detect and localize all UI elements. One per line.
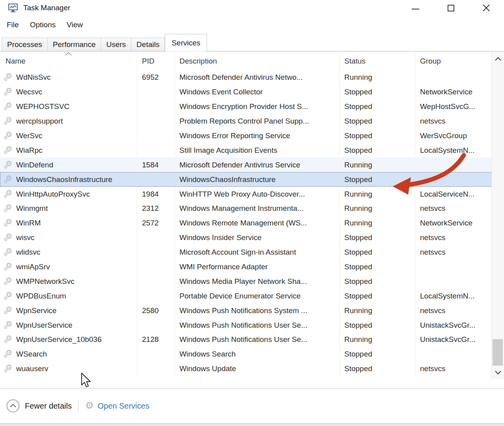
service-gear-icon: ⚙⚙ [3, 291, 15, 302]
table-header: Name PID Description Status Group [0, 52, 504, 70]
cell-description: Windows Media Player Network Sha... [175, 277, 339, 286]
tab-details[interactable]: Details [131, 38, 165, 51]
table-row[interactable]: ⚙⚙wisvcWindows Insider ServiceStoppednet… [0, 231, 504, 245]
minimize-button[interactable] [398, 0, 433, 16]
table-row[interactable]: ⚙⚙WiaRpcStill Image Acquisition EventsSt… [0, 143, 504, 158]
menu-view[interactable]: View [61, 18, 88, 32]
cell-status: Stopped [339, 248, 415, 257]
cell-status: Stopped [339, 131, 415, 140]
cell-status: Stopped [339, 146, 415, 155]
cell-name: ⚙⚙WMPNetworkSvc [0, 276, 137, 287]
service-name: WdNisSvc [16, 73, 51, 82]
table-row[interactable]: ⚙⚙WinHttpAutoProxySvc1984WinHTTP Web Pro… [0, 187, 504, 201]
cell-group: netsvcs [415, 204, 491, 213]
scroll-up-button[interactable] [492, 53, 504, 65]
maximize-button[interactable] [433, 0, 469, 16]
close-button[interactable] [469, 0, 504, 16]
cell-name: ⚙⚙WerSvc [0, 130, 137, 141]
cell-name: ⚙⚙wercplsupport [0, 116, 137, 127]
cell-description: WindowsChaosInfrastructure [175, 175, 339, 184]
cell-status: Stopped [339, 277, 415, 286]
table-row[interactable]: ⚙⚙WindowsChaosInfrastructureWindowsChaos… [0, 172, 504, 187]
fewer-details-label: Fewer details [25, 402, 72, 411]
cell-status: Stopped [339, 263, 415, 271]
table-row[interactable]: ⚙⚙wercplsupportProblem Reports Control P… [0, 114, 504, 129]
service-name: WiaRpc [16, 146, 43, 155]
minimize-icon [412, 9, 419, 9]
tab-performance[interactable]: Performance [48, 38, 101, 51]
cell-group: netsvcs [415, 248, 491, 257]
header-group[interactable]: Group [415, 52, 491, 70]
menu-options[interactable]: Options [24, 18, 61, 32]
table-row[interactable]: ⚙⚙Winmgmt2312Windows Management Instrume… [0, 201, 504, 216]
cell-name: ⚙⚙WinHttpAutoProxySvc [0, 189, 137, 200]
table-row[interactable]: ⚙⚙WMPNetworkSvcWindows Media Player Netw… [0, 274, 504, 289]
cell-name: ⚙⚙wmiApSrv [0, 261, 137, 272]
cell-name: ⚙⚙WpnUserService [0, 320, 137, 331]
scroll-down-button[interactable] [492, 366, 504, 379]
cell-group: UnistackSvcGr... [415, 321, 491, 330]
service-name: wercplsupport [16, 117, 63, 126]
cell-description: Windows Management Instrumenta... [175, 204, 339, 213]
vertical-scrollbar[interactable] [491, 52, 504, 379]
service-gear-icon: ⚙⚙ [3, 363, 15, 374]
cell-group: netsvcs [415, 306, 491, 315]
cell-status: Stopped [339, 321, 415, 330]
header-description[interactable]: Description [175, 52, 339, 70]
cell-description: Windows Search [175, 350, 339, 358]
fewer-details-button[interactable]: Fewer details [6, 399, 72, 413]
scrollbar-thumb[interactable] [493, 339, 503, 366]
task-manager-icon [8, 3, 18, 13]
table-row[interactable]: ⚙⚙WerSvcWindows Error Reporting ServiceS… [0, 129, 504, 143]
table-row[interactable]: ⚙⚙WEPHOSTSVCWindows Encryption Provider … [0, 99, 504, 114]
cell-status: Running [339, 73, 415, 82]
service-name: WEPHOSTSVC [16, 102, 69, 111]
table-row[interactable]: ⚙⚙WpnUserService_10b0362128Windows Push … [0, 332, 504, 347]
table-row[interactable]: ⚙⚙WpnService2580Windows Push Notificatio… [0, 303, 504, 318]
service-gear-icon: ⚙⚙ [3, 189, 15, 200]
table-row[interactable]: ⚙⚙WecsvcWindows Event CollectorStoppedNe… [0, 85, 504, 99]
cell-status: Stopped [339, 292, 415, 300]
service-gear-icon: ⚙⚙ [3, 276, 15, 287]
table-row[interactable]: ⚙⚙WSearchWindows SearchStopped [0, 347, 504, 362]
service-name: WindowsChaosInfrastructure [16, 175, 112, 184]
table-row[interactable]: ⚙⚙WPDBusEnumPortable Device Enumerator S… [0, 289, 504, 303]
table-row[interactable]: ⚙⚙wuauservWindows UpdateStoppednetsvcs [0, 362, 504, 376]
service-name: WpnUserService [16, 321, 73, 330]
menu-bar: File Options View [0, 16, 504, 34]
service-name: WpnService [16, 306, 56, 315]
cell-status: Running [339, 161, 415, 169]
table-row[interactable]: ⚙⚙wmiApSrvWMI Performance AdapterStopped [0, 260, 504, 274]
cell-description: Portable Device Enumerator Service [175, 292, 339, 300]
cell-name: ⚙⚙WinDefend [0, 160, 137, 171]
table-row[interactable]: ⚙⚙wlidsvcMicrosoft Account Sign-in Assis… [0, 245, 504, 260]
table-row[interactable]: ⚙⚙WdNisSvc6952Microsoft Defender Antivir… [0, 70, 504, 85]
cell-name: ⚙⚙wuauserv [0, 363, 137, 374]
cell-description: WMI Performance Adapter [175, 263, 339, 271]
service-name: Winmgmt [16, 204, 48, 213]
tab-users[interactable]: Users [101, 38, 131, 51]
service-name: WPDBusEnum [16, 292, 66, 300]
cell-name: ⚙⚙WindowsChaosInfrastructure [0, 174, 137, 185]
table-row[interactable]: ⚙⚙WinDefend1584Microsoft Defender Antivi… [0, 158, 504, 172]
service-gear-icon: ⚙⚙ [3, 305, 15, 316]
open-services-link[interactable]: ⚙ Open Services [85, 401, 149, 411]
table-row[interactable]: ⚙⚙WinRM2572Windows Remote Management (WS… [0, 216, 504, 231]
cell-name: ⚙⚙WEPHOSTSVC [0, 101, 137, 112]
cell-status: Running [339, 306, 415, 315]
close-icon [482, 4, 490, 12]
header-pid[interactable]: PID [137, 52, 175, 70]
cell-pid: 2572 [137, 219, 175, 227]
header-status[interactable]: Status [339, 52, 415, 70]
menu-file[interactable]: File [1, 18, 24, 32]
cell-status: Running [339, 204, 415, 213]
cell-group: netsvcs [415, 117, 491, 126]
tab-services[interactable]: Services [165, 34, 207, 51]
tab-processes[interactable]: Processes [2, 38, 48, 51]
service-gear-icon: ⚙⚙ [3, 247, 15, 258]
service-name: wlidsvc [16, 248, 40, 257]
service-gear-icon: ⚙⚙ [3, 145, 15, 156]
maximize-icon [448, 5, 454, 11]
service-name: wmiApSrv [16, 263, 50, 271]
table-row[interactable]: ⚙⚙WpnUserServiceWindows Push Notificatio… [0, 318, 504, 332]
